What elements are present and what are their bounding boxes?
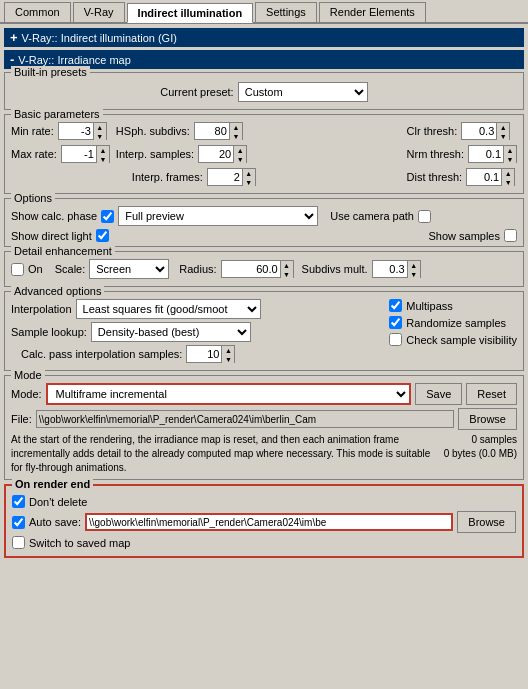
scale-dropdown[interactable]: Screen — [89, 259, 169, 279]
mode-section: Mode Mode: Multiframe incremental Save R… — [4, 375, 524, 480]
clr-thresh-spinner[interactable]: ▲▼ — [461, 122, 510, 140]
clr-thresh-label: Clr thresh: — [407, 125, 458, 137]
radius-spinner[interactable]: ▲▼ — [221, 260, 294, 278]
show-direct-light-checkbox[interactable] — [96, 229, 109, 242]
multipass-checkbox[interactable] — [389, 299, 402, 312]
use-camera-path-label: Use camera path — [330, 210, 414, 222]
min-rate-spinner[interactable]: ▲▼ — [58, 122, 107, 140]
interpolation-dropdown[interactable]: Least squares fit (good/smoot — [76, 299, 261, 319]
mode-section-label: Mode — [11, 369, 45, 381]
interp-samples-label: Interp. samples: — [116, 148, 194, 160]
check-sample-visibility-checkbox[interactable] — [389, 333, 402, 346]
max-rate-input[interactable] — [61, 145, 97, 163]
interp-frames-input[interactable] — [207, 168, 243, 186]
dont-delete-checkbox[interactable] — [12, 495, 25, 508]
sample-lookup-label: Sample lookup: — [11, 326, 87, 338]
show-samples-label: Show samples — [428, 230, 500, 242]
max-rate-spinner[interactable]: ▲▼ — [61, 145, 110, 163]
sample-lookup-dropdown[interactable]: Density-based (best) — [91, 322, 251, 342]
tab-render-elements[interactable]: Render Elements — [319, 2, 426, 22]
subdivs-mult-spinner[interactable]: ▲▼ — [372, 260, 421, 278]
basic-parameters-section: Basic parameters Min rate: ▲▼ Max rate: … — [4, 114, 524, 194]
interpolation-label: Interpolation — [11, 303, 72, 315]
nrm-thresh-spinner[interactable]: ▲▼ — [468, 145, 517, 163]
main-content: + V-Ray:: Indirect illumination (GI) - V… — [0, 24, 528, 566]
multipass-label: Multipass — [406, 300, 452, 312]
randomize-samples-checkbox[interactable] — [389, 316, 402, 329]
detail-enhancement-section: Detail enhancement On Scale: Screen Radi… — [4, 251, 524, 287]
options-label: Options — [11, 192, 55, 204]
subdivs-mult-label: Subdivs mult. — [302, 263, 368, 275]
preview-dropdown[interactable]: Full preview — [118, 206, 318, 226]
expand-gi-icon[interactable]: + — [10, 30, 18, 45]
check-sample-visibility-label: Check sample visibility — [406, 334, 517, 346]
radius-label: Radius: — [179, 263, 216, 275]
current-preset-label: Current preset: — [160, 86, 233, 98]
irradiance-panel-title: V-Ray:: Irradiance map — [18, 54, 131, 66]
hsph-subdivs-label: HSph. subdivs: — [116, 125, 190, 137]
radius-input[interactable] — [221, 260, 281, 278]
file-browse-button[interactable]: Browse — [458, 408, 517, 430]
auto-save-browse-button[interactable]: Browse — [457, 511, 516, 533]
reset-button[interactable]: Reset — [466, 383, 517, 405]
auto-save-label: Auto save: — [29, 516, 81, 528]
switch-to-saved-map-label: Switch to saved map — [29, 537, 131, 549]
interp-frames-spinner[interactable]: ▲▼ — [207, 168, 256, 186]
calc-pass-label: Calc. pass interpolation samples: — [21, 348, 182, 360]
built-in-presets-section: Built-in presets Current preset: Custom — [4, 72, 524, 110]
tab-indirect-illumination[interactable]: Indirect illumination — [127, 3, 254, 23]
dist-thresh-input[interactable] — [466, 168, 502, 186]
tab-vray[interactable]: V-Ray — [73, 2, 125, 22]
tab-bar: Common V-Ray Indirect illumination Setti… — [0, 0, 528, 24]
on-render-end-label: On render end — [12, 478, 93, 490]
max-rate-label: Max rate: — [11, 148, 57, 160]
save-button[interactable]: Save — [415, 383, 462, 405]
show-samples-checkbox[interactable] — [504, 229, 517, 242]
collapse-irr-icon[interactable]: - — [10, 52, 14, 67]
hsph-subdivs-spinner[interactable]: ▲▼ — [194, 122, 243, 140]
tab-settings[interactable]: Settings — [255, 2, 317, 22]
current-preset-dropdown[interactable]: Custom — [238, 82, 368, 102]
min-rate-input[interactable] — [58, 122, 94, 140]
interp-samples-spinner[interactable]: ▲▼ — [198, 145, 247, 163]
switch-to-saved-map-checkbox[interactable] — [12, 536, 25, 549]
tab-common[interactable]: Common — [4, 2, 71, 22]
interp-frames-label: Interp. frames: — [132, 171, 203, 183]
calc-pass-spinner[interactable]: ▲▼ — [186, 345, 235, 363]
gi-panel-header: + V-Ray:: Indirect illumination (GI) — [4, 28, 524, 47]
options-section: Options Show calc. phase Full preview Us… — [4, 198, 524, 247]
clr-thresh-input[interactable] — [461, 122, 497, 140]
mode-dropdown[interactable]: Multiframe incremental — [46, 383, 412, 405]
show-direct-light-label: Show direct light — [11, 230, 92, 242]
mode-info-text: At the start of the rendering, the irrad… — [11, 433, 436, 475]
bytes-count: 0 bytes (0.0 MB) — [444, 447, 517, 461]
scale-label: Scale: — [55, 263, 86, 275]
auto-save-path-input[interactable] — [85, 513, 453, 531]
interp-samples-input[interactable] — [198, 145, 234, 163]
nrm-thresh-input[interactable] — [468, 145, 504, 163]
built-in-presets-label: Built-in presets — [11, 66, 90, 78]
randomize-samples-label: Randomize samples — [406, 317, 506, 329]
min-rate-label: Min rate: — [11, 125, 54, 137]
nrm-thresh-label: Nrm thresh: — [407, 148, 464, 160]
advanced-options-section: Advanced options Interpolation Least squ… — [4, 291, 524, 371]
detail-enhancement-checkbox[interactable] — [11, 263, 24, 276]
detail-on-label: On — [28, 263, 43, 275]
calc-pass-input[interactable] — [186, 345, 222, 363]
on-render-end-section: On render end Don't delete Auto save: Br… — [4, 484, 524, 558]
advanced-options-label: Advanced options — [11, 285, 104, 297]
detail-enhancement-label: Detail enhancement — [11, 245, 115, 257]
hsph-subdivs-input[interactable] — [194, 122, 230, 140]
subdivs-mult-input[interactable] — [372, 260, 408, 278]
dist-thresh-label: Dist thresh: — [407, 171, 463, 183]
mode-label: Mode: — [11, 388, 42, 400]
auto-save-checkbox[interactable] — [12, 516, 25, 529]
file-input[interactable] — [36, 410, 455, 428]
basic-parameters-label: Basic parameters — [11, 108, 103, 120]
dist-thresh-spinner[interactable]: ▲▼ — [466, 168, 515, 186]
dont-delete-label: Don't delete — [29, 496, 87, 508]
samples-count: 0 samples — [444, 433, 517, 447]
show-calc-phase-checkbox[interactable] — [101, 210, 114, 223]
use-camera-path-checkbox[interactable] — [418, 210, 431, 223]
show-calc-phase-label: Show calc. phase — [11, 210, 97, 222]
